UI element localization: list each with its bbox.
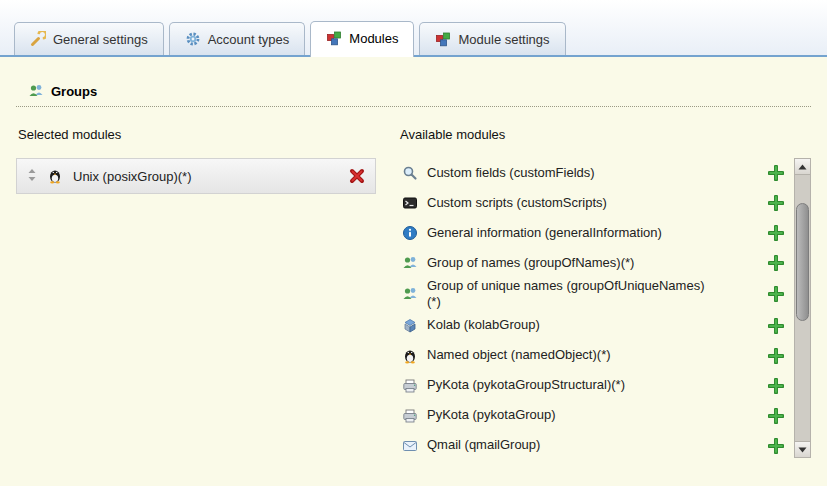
tux-icon [402,348,418,364]
tab-label: Module settings [458,32,549,47]
scrollbar-track[interactable] [795,175,810,441]
module-columns: Selected modules [0,107,827,461]
plus-icon [768,165,784,181]
add-module-button[interactable] [768,378,784,394]
scroll-down-button[interactable] [795,441,810,457]
add-module-button[interactable] [768,318,784,334]
scrollbar-thumb[interactable] [796,203,809,321]
tab-general-settings[interactable]: General settings [14,22,164,55]
tab-modules[interactable]: Modules [310,21,414,57]
tux-icon [47,168,63,184]
lam-configuration-page: General settings Account types Modules [0,0,827,486]
list-item: Qmail (qmailGroup) [398,431,794,461]
add-module-button[interactable] [768,165,784,181]
available-modules-list: Custom fields (customFields) [398,158,794,461]
plus-icon [768,318,784,334]
tab-module-settings[interactable]: Module settings [419,22,565,55]
gear-icon [185,31,201,47]
group-icon [402,255,418,271]
selected-module-row: Unix (posixGroup)(*) [16,158,376,194]
plus-icon [768,255,784,271]
group-icon [402,286,418,302]
tab-label: General settings [53,32,148,47]
modules-tab-content: Groups Selected modules [0,57,827,486]
arrow-down-icon [798,447,807,453]
printer-icon [402,378,418,394]
sort-handle-icon[interactable] [27,168,37,184]
kolab-icon [402,318,418,334]
module-label: Custom scripts (customScripts) [427,195,707,211]
list-item: Kolab (kolabGroup) [398,311,794,341]
selected-modules-heading: Selected modules [18,127,376,142]
available-modules-heading: Available modules [400,127,811,142]
mail-icon [402,438,418,454]
add-module-button[interactable] [768,225,784,241]
scroll-up-button[interactable] [795,159,810,175]
module-label: General information (generalInformation) [427,225,707,241]
module-label: Named object (namedObject)(*) [427,347,707,363]
printer-icon [402,408,418,424]
selected-modules-column: Selected modules [16,127,376,461]
add-module-button[interactable] [768,195,784,211]
list-item: Custom fields (customFields) [398,158,794,188]
list-item: Group of unique names (groupOfUniqueName… [398,278,794,311]
plus-icon [768,348,784,364]
add-module-button[interactable] [768,408,784,424]
tab-label: Account types [208,32,290,47]
module-label: Group of names (groupOfNames)(*) [427,255,707,271]
available-modules-list-wrap: Custom fields (customFields) [398,158,811,461]
plus-icon [768,286,784,302]
delete-icon [349,168,365,184]
selected-module-label: Unix (posixGroup)(*) [73,169,191,184]
plus-icon [768,438,784,454]
module-label: Qmail (qmailGroup) [427,437,707,453]
groups-icon [28,83,44,99]
magnifier-icon [402,165,418,181]
module-settings-icon [435,31,451,47]
add-module-button[interactable] [768,348,784,364]
available-modules-column: Available modules Custom fields (customF… [398,127,811,461]
module-label: Kolab (kolabGroup) [427,317,707,333]
list-item: General information (generalInformation) [398,218,794,248]
vertical-scrollbar[interactable] [794,158,811,458]
arrow-up-icon [798,164,807,170]
list-item: PyKota (pykotaGroup) [398,401,794,431]
module-label: PyKota (pykotaGroupStructural)(*) [427,377,707,393]
remove-module-button[interactable] [349,168,365,184]
add-module-button[interactable] [768,286,784,302]
tab-account-types[interactable]: Account types [169,22,306,55]
modules-icon [326,30,342,46]
plus-icon [768,225,784,241]
plus-icon [768,408,784,424]
list-item: Named object (namedObject)(*) [398,341,794,371]
module-label: Custom fields (customFields) [427,165,707,181]
list-item: Group of names (groupOfNames)(*) [398,248,794,278]
list-item: Custom scripts (customScripts) [398,188,794,218]
tab-label: Modules [349,31,398,46]
section-title: Groups [51,84,97,99]
info-icon [402,225,418,241]
terminal-icon [402,195,418,211]
add-module-button[interactable] [768,255,784,271]
plus-icon [768,195,784,211]
add-module-button[interactable] [768,438,784,454]
groups-section-header: Groups [16,83,811,107]
wrench-icon [30,31,46,47]
plus-icon [768,378,784,394]
list-item: PyKota (pykotaGroupStructural)(*) [398,371,794,401]
module-label: PyKota (pykotaGroup) [427,407,707,423]
settings-tab-bar: General settings Account types Modules [0,0,827,57]
module-label: Group of unique names (groupOfUniqueName… [427,278,707,311]
